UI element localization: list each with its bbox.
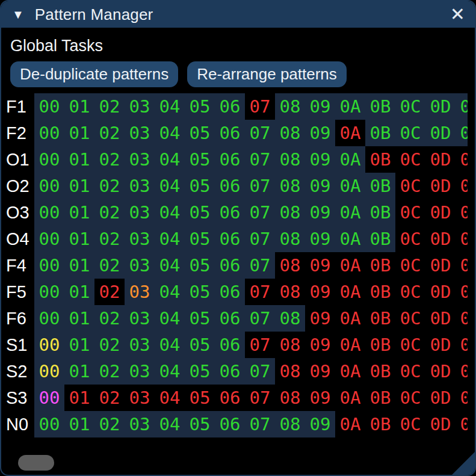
pattern-cell[interactable]: 07	[245, 305, 275, 332]
pattern-cell[interactable]: 04	[155, 279, 185, 305]
pattern-cell[interactable]: 06	[215, 279, 245, 305]
pattern-cell[interactable]: 08	[275, 332, 305, 358]
pattern-cell[interactable]: 09	[305, 226, 335, 252]
pattern-cell[interactable]: 07	[245, 385, 275, 411]
pattern-cell[interactable]: 01	[64, 279, 94, 305]
pattern-cell[interactable]: 07	[245, 332, 275, 358]
pattern-cell[interactable]: 0E	[456, 385, 468, 411]
pattern-cell[interactable]: 05	[185, 226, 215, 252]
pattern-cell[interactable]: 05	[185, 385, 215, 411]
pattern-cell[interactable]: 0D	[425, 305, 456, 332]
pattern-cell[interactable]: 0A	[335, 305, 365, 332]
pattern-cell[interactable]: 0D	[425, 332, 456, 358]
pattern-cell[interactable]: 0E	[456, 252, 468, 279]
close-icon[interactable]: ✕	[450, 1, 465, 28]
pattern-cell[interactable]: 00	[34, 93, 64, 120]
pattern-cell[interactable]: 08	[275, 252, 305, 279]
pattern-cell[interactable]: 02	[94, 146, 125, 173]
resize-grip-icon[interactable]	[451, 451, 476, 476]
pattern-cell[interactable]: 0A	[335, 279, 365, 305]
pattern-cell[interactable]: 0A	[335, 252, 365, 279]
pattern-cell[interactable]: 00	[34, 146, 64, 173]
pattern-cell[interactable]: 09	[305, 173, 335, 199]
pattern-cell[interactable]: 05	[185, 146, 215, 173]
pattern-cell[interactable]: 0D	[425, 199, 456, 226]
pattern-cell[interactable]: 01	[64, 385, 94, 411]
pattern-cell[interactable]: 03	[125, 120, 155, 146]
pattern-cell[interactable]: 03	[125, 146, 155, 173]
pattern-cell[interactable]: 01	[64, 226, 94, 252]
pattern-cell[interactable]: 03	[125, 93, 155, 120]
pattern-cell[interactable]: 0A	[335, 120, 365, 146]
pattern-cell[interactable]: 08	[275, 146, 305, 173]
pattern-cell[interactable]: 01	[64, 173, 94, 199]
pattern-cell[interactable]: 0A	[335, 146, 365, 173]
pattern-cell[interactable]: 0E	[456, 93, 468, 120]
pattern-cell[interactable]: 04	[155, 120, 185, 146]
pattern-cell[interactable]: 0E	[456, 358, 468, 385]
pattern-cell[interactable]: 09	[305, 120, 335, 146]
pattern-cell[interactable]: 0B	[365, 199, 395, 226]
pattern-cell[interactable]: 0B	[365, 173, 395, 199]
pattern-cell[interactable]: 04	[155, 199, 185, 226]
pattern-cell[interactable]: 00	[34, 411, 64, 437]
pattern-cell[interactable]: 0C	[395, 173, 425, 199]
pattern-cell[interactable]: 0D	[425, 146, 456, 173]
pattern-cell[interactable]: 05	[185, 252, 215, 279]
pattern-cell[interactable]: 08	[275, 93, 305, 120]
pattern-cell[interactable]: 05	[185, 358, 215, 385]
pattern-cell[interactable]: 03	[125, 358, 155, 385]
pattern-cell[interactable]: 07	[245, 173, 275, 199]
pattern-cell[interactable]: 07	[245, 226, 275, 252]
pattern-cell[interactable]: 00	[34, 385, 64, 411]
pattern-cell[interactable]: 02	[94, 279, 125, 305]
pattern-cell[interactable]: 06	[215, 173, 245, 199]
pattern-cell[interactable]: 0C	[395, 332, 425, 358]
pattern-cell[interactable]: 06	[215, 305, 245, 332]
pattern-cell[interactable]: 0E	[456, 199, 468, 226]
pattern-cell[interactable]: 0A	[335, 226, 365, 252]
pattern-cell[interactable]: 04	[155, 146, 185, 173]
pattern-cell[interactable]: 07	[245, 279, 275, 305]
pattern-cell[interactable]: 00	[34, 120, 64, 146]
pattern-cell[interactable]: 0C	[395, 199, 425, 226]
pattern-cell[interactable]: 01	[64, 93, 94, 120]
pattern-cell[interactable]: 0A	[335, 358, 365, 385]
pattern-cell[interactable]: 0E	[456, 226, 468, 252]
pattern-cell[interactable]: 09	[305, 305, 335, 332]
pattern-cell[interactable]: 02	[94, 120, 125, 146]
pattern-cell[interactable]: 03	[125, 305, 155, 332]
pattern-cell[interactable]: 0E	[456, 146, 468, 173]
pattern-cell[interactable]: 04	[155, 226, 185, 252]
pattern-cell[interactable]: 06	[215, 252, 245, 279]
pattern-cell[interactable]: 0B	[365, 252, 395, 279]
pattern-cell[interactable]: 07	[245, 252, 275, 279]
pattern-cell[interactable]: 09	[305, 385, 335, 411]
pattern-cell[interactable]: 07	[245, 358, 275, 385]
pattern-cell[interactable]: 03	[125, 199, 155, 226]
pattern-cell[interactable]: 0B	[365, 279, 395, 305]
pattern-cell[interactable]: 0A	[335, 199, 365, 226]
pattern-cell[interactable]: 00	[34, 252, 64, 279]
pattern-cell[interactable]: 05	[185, 411, 215, 437]
pattern-cell[interactable]: 02	[94, 358, 125, 385]
pattern-cell[interactable]: 0B	[365, 358, 395, 385]
pattern-cell[interactable]: 05	[185, 332, 215, 358]
pattern-cell[interactable]: 00	[34, 279, 64, 305]
pattern-cell[interactable]: 03	[125, 279, 155, 305]
pattern-cell[interactable]: 01	[64, 146, 94, 173]
pattern-cell[interactable]: 0A	[335, 332, 365, 358]
pattern-cell[interactable]: 09	[305, 146, 335, 173]
pattern-cell[interactable]: 0D	[425, 279, 456, 305]
pattern-cell[interactable]: 08	[275, 226, 305, 252]
pattern-cell[interactable]: 03	[125, 173, 155, 199]
deduplicate-patterns-button[interactable]: De-duplicate patterns	[10, 61, 178, 87]
pattern-cell[interactable]: 04	[155, 93, 185, 120]
pattern-cell[interactable]: 08	[275, 199, 305, 226]
pattern-cell[interactable]: 0B	[365, 146, 395, 173]
pattern-cell[interactable]: 05	[185, 305, 215, 332]
pattern-cell[interactable]: 02	[94, 199, 125, 226]
pattern-cell[interactable]: 04	[155, 305, 185, 332]
pattern-cell[interactable]: 0C	[395, 358, 425, 385]
pattern-cell[interactable]: 0C	[395, 385, 425, 411]
